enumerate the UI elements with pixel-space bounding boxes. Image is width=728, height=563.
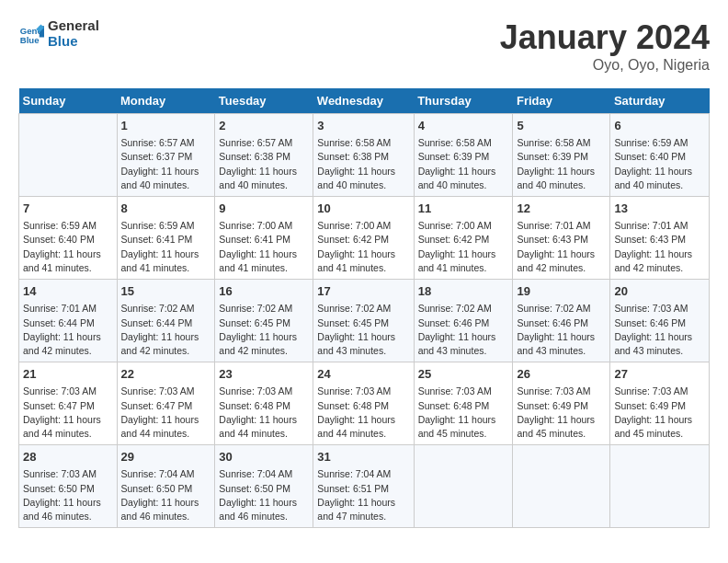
day-number: 5 bbox=[517, 118, 606, 134]
col-saturday: Saturday bbox=[610, 88, 710, 114]
day-number: 16 bbox=[219, 283, 309, 300]
col-thursday: Thursday bbox=[414, 88, 513, 114]
calendar-week-row: 28Sunrise: 7:03 AM Sunset: 6:50 PM Dayli… bbox=[19, 445, 710, 528]
table-row: 8Sunrise: 6:59 AM Sunset: 6:41 PM Daylig… bbox=[117, 197, 215, 280]
table-row: 17Sunrise: 7:02 AM Sunset: 6:45 PM Dayli… bbox=[313, 280, 414, 362]
day-number: 17 bbox=[317, 283, 409, 300]
table-row: 10Sunrise: 7:00 AM Sunset: 6:42 PM Dayli… bbox=[313, 197, 414, 280]
table-row: 22Sunrise: 7:03 AM Sunset: 6:47 PM Dayli… bbox=[117, 362, 215, 445]
table-row: 3Sunrise: 6:58 AM Sunset: 6:38 PM Daylig… bbox=[313, 114, 414, 197]
table-row: 24Sunrise: 7:03 AM Sunset: 6:48 PM Dayli… bbox=[313, 362, 414, 445]
table-row: 20Sunrise: 7:03 AM Sunset: 6:46 PM Dayli… bbox=[610, 280, 710, 362]
day-info: Sunrise: 6:59 AM Sunset: 6:40 PM Dayligh… bbox=[23, 219, 113, 275]
table-row: 1Sunrise: 6:57 AM Sunset: 6:37 PM Daylig… bbox=[117, 114, 215, 197]
day-number: 23 bbox=[219, 366, 309, 383]
logo: General Blue GeneralBlue bbox=[18, 18, 99, 49]
table-row: 23Sunrise: 7:03 AM Sunset: 6:48 PM Dayli… bbox=[215, 362, 313, 445]
day-info: Sunrise: 7:04 AM Sunset: 6:50 PM Dayligh… bbox=[121, 467, 211, 523]
day-number: 11 bbox=[418, 201, 509, 217]
day-number: 10 bbox=[317, 201, 409, 217]
table-row: 12Sunrise: 7:01 AM Sunset: 6:43 PM Dayli… bbox=[513, 197, 610, 280]
logo-icon: General Blue bbox=[18, 21, 44, 47]
day-number: 6 bbox=[614, 118, 705, 134]
day-number: 15 bbox=[121, 283, 211, 300]
day-info: Sunrise: 7:03 AM Sunset: 6:49 PM Dayligh… bbox=[517, 385, 606, 441]
day-number: 26 bbox=[517, 366, 606, 383]
day-number: 30 bbox=[219, 449, 309, 465]
day-info: Sunrise: 7:02 AM Sunset: 6:46 PM Dayligh… bbox=[517, 302, 606, 358]
table-row bbox=[19, 114, 118, 197]
day-info: Sunrise: 7:00 AM Sunset: 6:41 PM Dayligh… bbox=[219, 219, 309, 275]
day-info: Sunrise: 7:01 AM Sunset: 6:44 PM Dayligh… bbox=[23, 302, 113, 358]
table-row: 2Sunrise: 6:57 AM Sunset: 6:38 PM Daylig… bbox=[215, 114, 313, 197]
logo-text: GeneralBlue bbox=[48, 18, 99, 49]
table-row: 15Sunrise: 7:02 AM Sunset: 6:44 PM Dayli… bbox=[117, 280, 215, 362]
day-number: 1 bbox=[121, 118, 211, 134]
table-row: 30Sunrise: 7:04 AM Sunset: 6:50 PM Dayli… bbox=[215, 445, 313, 528]
day-info: Sunrise: 7:03 AM Sunset: 6:49 PM Dayligh… bbox=[614, 385, 705, 441]
day-info: Sunrise: 7:03 AM Sunset: 6:47 PM Dayligh… bbox=[23, 385, 113, 441]
table-row: 14Sunrise: 7:01 AM Sunset: 6:44 PM Dayli… bbox=[19, 280, 118, 362]
day-info: Sunrise: 7:04 AM Sunset: 6:51 PM Dayligh… bbox=[317, 467, 409, 523]
table-row: 4Sunrise: 6:58 AM Sunset: 6:39 PM Daylig… bbox=[414, 114, 513, 197]
calendar-week-row: 7Sunrise: 6:59 AM Sunset: 6:40 PM Daylig… bbox=[19, 197, 710, 280]
table-row: 26Sunrise: 7:03 AM Sunset: 6:49 PM Dayli… bbox=[513, 362, 610, 445]
day-info: Sunrise: 6:57 AM Sunset: 6:37 PM Dayligh… bbox=[121, 136, 211, 192]
main-title: January 2024 bbox=[500, 18, 710, 57]
day-number: 7 bbox=[23, 201, 113, 217]
day-number: 27 bbox=[614, 366, 705, 383]
table-row: 11Sunrise: 7:00 AM Sunset: 6:42 PM Dayli… bbox=[414, 197, 513, 280]
day-info: Sunrise: 6:59 AM Sunset: 6:40 PM Dayligh… bbox=[614, 136, 705, 192]
table-row: 31Sunrise: 7:04 AM Sunset: 6:51 PM Dayli… bbox=[313, 445, 414, 528]
day-info: Sunrise: 7:03 AM Sunset: 6:50 PM Dayligh… bbox=[23, 467, 113, 523]
table-row bbox=[610, 445, 710, 528]
col-tuesday: Tuesday bbox=[215, 88, 313, 114]
day-info: Sunrise: 6:58 AM Sunset: 6:38 PM Dayligh… bbox=[317, 136, 409, 192]
day-info: Sunrise: 7:00 AM Sunset: 6:42 PM Dayligh… bbox=[418, 219, 509, 275]
day-info: Sunrise: 7:00 AM Sunset: 6:42 PM Dayligh… bbox=[317, 219, 409, 275]
day-info: Sunrise: 7:01 AM Sunset: 6:43 PM Dayligh… bbox=[517, 219, 606, 275]
day-info: Sunrise: 7:02 AM Sunset: 6:44 PM Dayligh… bbox=[121, 302, 211, 358]
day-info: Sunrise: 7:03 AM Sunset: 6:48 PM Dayligh… bbox=[317, 385, 409, 441]
day-number: 21 bbox=[23, 366, 113, 383]
calendar-week-row: 21Sunrise: 7:03 AM Sunset: 6:47 PM Dayli… bbox=[19, 362, 710, 445]
day-number: 9 bbox=[219, 201, 309, 217]
day-info: Sunrise: 7:03 AM Sunset: 6:48 PM Dayligh… bbox=[418, 385, 509, 441]
day-number: 3 bbox=[317, 118, 409, 134]
day-number: 12 bbox=[517, 201, 606, 217]
day-info: Sunrise: 7:03 AM Sunset: 6:48 PM Dayligh… bbox=[219, 385, 309, 441]
table-row: 28Sunrise: 7:03 AM Sunset: 6:50 PM Dayli… bbox=[19, 445, 118, 528]
day-number: 29 bbox=[121, 449, 211, 465]
day-info: Sunrise: 6:58 AM Sunset: 6:39 PM Dayligh… bbox=[418, 136, 509, 192]
table-row: 5Sunrise: 6:58 AM Sunset: 6:39 PM Daylig… bbox=[513, 114, 610, 197]
day-info: Sunrise: 7:03 AM Sunset: 6:47 PM Dayligh… bbox=[121, 385, 211, 441]
day-info: Sunrise: 7:02 AM Sunset: 6:45 PM Dayligh… bbox=[317, 302, 409, 358]
table-row: 27Sunrise: 7:03 AM Sunset: 6:49 PM Dayli… bbox=[610, 362, 710, 445]
table-row: 18Sunrise: 7:02 AM Sunset: 6:46 PM Dayli… bbox=[414, 280, 513, 362]
day-number: 4 bbox=[418, 118, 509, 134]
day-info: Sunrise: 7:01 AM Sunset: 6:43 PM Dayligh… bbox=[614, 219, 705, 275]
col-wednesday: Wednesday bbox=[313, 88, 414, 114]
title-block: January 2024 Oyo, Oyo, Nigeria bbox=[500, 18, 710, 74]
sub-title: Oyo, Oyo, Nigeria bbox=[500, 57, 710, 74]
day-number: 22 bbox=[121, 366, 211, 383]
day-number: 8 bbox=[121, 201, 211, 217]
day-number: 31 bbox=[317, 449, 409, 465]
day-info: Sunrise: 7:02 AM Sunset: 6:45 PM Dayligh… bbox=[219, 302, 309, 358]
day-number: 2 bbox=[219, 118, 309, 134]
table-row: 13Sunrise: 7:01 AM Sunset: 6:43 PM Dayli… bbox=[610, 197, 710, 280]
day-number: 25 bbox=[418, 366, 509, 383]
day-info: Sunrise: 7:03 AM Sunset: 6:46 PM Dayligh… bbox=[614, 302, 705, 358]
table-row: 21Sunrise: 7:03 AM Sunset: 6:47 PM Dayli… bbox=[19, 362, 118, 445]
page-header: General Blue GeneralBlue January 2024 Oy… bbox=[18, 18, 710, 74]
day-number: 24 bbox=[317, 366, 409, 383]
table-row: 9Sunrise: 7:00 AM Sunset: 6:41 PM Daylig… bbox=[215, 197, 313, 280]
col-monday: Monday bbox=[117, 88, 215, 114]
day-number: 20 bbox=[614, 283, 705, 300]
calendar-week-row: 14Sunrise: 7:01 AM Sunset: 6:44 PM Dayli… bbox=[19, 280, 710, 362]
table-row: 25Sunrise: 7:03 AM Sunset: 6:48 PM Dayli… bbox=[414, 362, 513, 445]
svg-text:Blue: Blue bbox=[20, 34, 40, 44]
day-info: Sunrise: 6:58 AM Sunset: 6:39 PM Dayligh… bbox=[517, 136, 606, 192]
day-info: Sunrise: 6:57 AM Sunset: 6:38 PM Dayligh… bbox=[219, 136, 309, 192]
table-row: 19Sunrise: 7:02 AM Sunset: 6:46 PM Dayli… bbox=[513, 280, 610, 362]
